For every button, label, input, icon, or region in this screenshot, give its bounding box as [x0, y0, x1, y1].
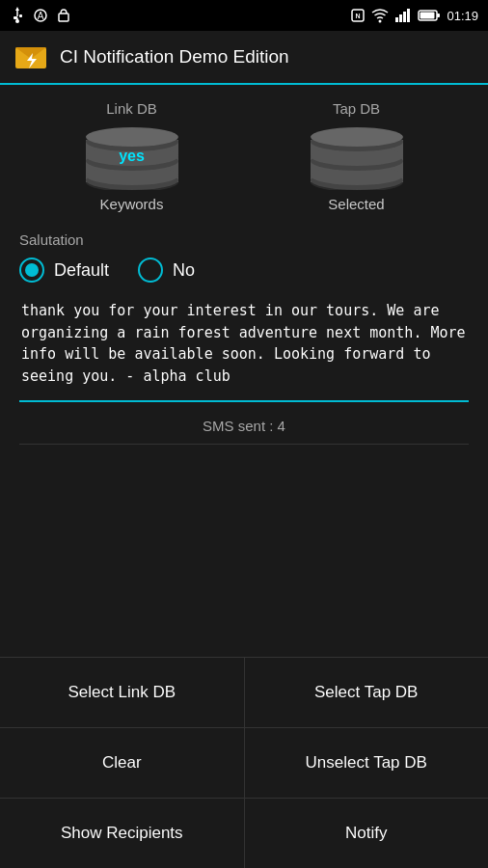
select-link-db-button[interactable]: Select Link DB: [0, 658, 245, 727]
salutation-section: Salutation Default No: [19, 231, 469, 406]
status-icons-right: N 01:19: [350, 8, 478, 23]
wifi-icon: [371, 8, 389, 23]
radio-default-circle: [19, 258, 44, 283]
link-db-top-label: Link DB: [106, 100, 157, 117]
nfc-icon: N: [350, 8, 366, 23]
status-icons-left: A: [10, 7, 71, 24]
radio-row: Default No: [19, 258, 469, 283]
svg-point-4: [15, 19, 19, 23]
svg-rect-14: [407, 9, 410, 22]
notify-button[interactable]: Notify: [245, 799, 489, 868]
link-db-cylinder: yes: [79, 122, 185, 190]
db-section: Link DB yes: [19, 100, 469, 212]
tap-db-svg: [304, 122, 410, 190]
bag-icon: [56, 7, 71, 24]
link-db-item: Link DB yes: [79, 100, 185, 212]
link-db-value: yes: [119, 148, 145, 165]
clear-button[interactable]: Clear: [0, 728, 245, 798]
signal-icon: [394, 8, 412, 23]
main-content: Link DB yes: [0, 85, 488, 445]
link-db-bottom-label: Keywords: [100, 196, 164, 212]
tap-db-bottom-label: Selected: [328, 196, 384, 212]
radio-default-label: Default: [54, 260, 109, 281]
salutation-title: Salutation: [19, 231, 469, 248]
radio-default[interactable]: Default: [19, 258, 109, 283]
svg-text:N: N: [356, 13, 361, 19]
svg-rect-16: [437, 14, 440, 17]
tap-db-item: Tap DB Selected: [304, 100, 410, 212]
status-time: 01:19: [447, 9, 478, 23]
svg-rect-17: [420, 13, 435, 19]
app-title: CI Notification Demo Edition: [60, 46, 289, 68]
status-bar: A N: [0, 0, 488, 31]
svg-text:A: A: [38, 11, 44, 21]
message-textarea[interactable]: [19, 296, 469, 402]
tap-db-top-label: Tap DB: [333, 100, 380, 117]
svg-point-28: [86, 127, 178, 147]
sms-sent: SMS sent : 4: [19, 406, 469, 445]
radio-no-label: No: [173, 260, 195, 281]
radio-no[interactable]: No: [138, 258, 195, 283]
svg-rect-13: [403, 12, 406, 22]
radio-no-circle: [138, 258, 163, 283]
tap-db-cylinder: [304, 122, 410, 190]
android-icon: A: [33, 7, 48, 24]
svg-rect-12: [399, 14, 402, 22]
battery-icon: [418, 9, 441, 22]
title-bar: CI Notification Demo Edition: [0, 31, 488, 85]
unselect-tap-db-button[interactable]: Unselect Tap DB: [245, 728, 489, 798]
svg-point-10: [379, 20, 382, 23]
buttons-row-2: Clear Unselect Tap DB: [0, 727, 488, 798]
svg-rect-11: [395, 17, 398, 22]
svg-rect-7: [59, 14, 68, 21]
svg-point-36: [311, 127, 403, 147]
buttons-row-3: Show Recipients Notify: [0, 798, 488, 868]
app-icon: [14, 40, 48, 74]
buttons-row-1: Select Link DB Select Tap DB: [0, 657, 488, 727]
svg-rect-2: [19, 14, 22, 17]
usb-icon: [10, 7, 25, 24]
select-tap-db-button[interactable]: Select Tap DB: [245, 658, 489, 727]
show-recipients-button[interactable]: Show Recipients: [0, 799, 245, 868]
buttons-grid: Select Link DB Select Tap DB Clear Unsel…: [0, 657, 488, 868]
